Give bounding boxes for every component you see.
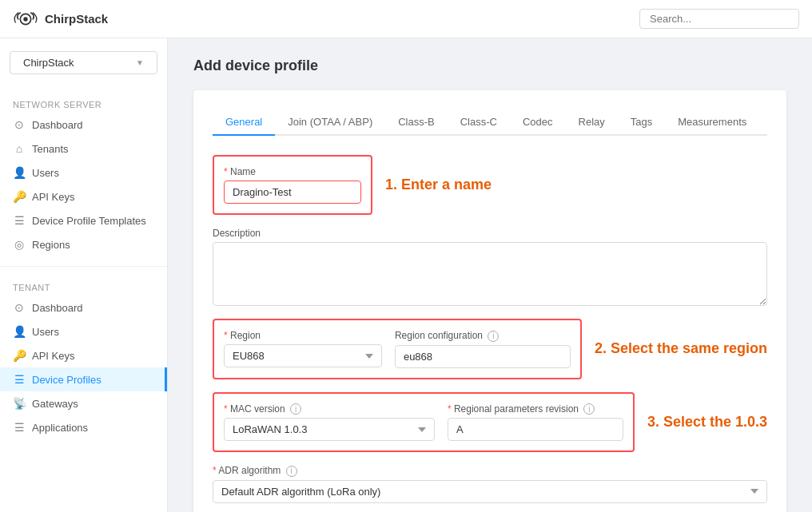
sidebar-item-label: Dashboard <box>32 302 83 314</box>
dashboard-t-icon: ⊙ <box>13 301 26 314</box>
logo-icon <box>13 10 38 29</box>
users-ns-icon: 👤 <box>13 166 26 179</box>
tab-join[interactable]: Join (OTAA / ABP) <box>275 109 385 136</box>
sidebar-item-api-keys-ns[interactable]: 🔑 API Keys <box>0 185 167 208</box>
region-highlight-box: * Region EU868 Region configuration i <box>213 319 582 379</box>
app-name: ChirpStack <box>45 12 108 26</box>
sidebar-item-label: Device Profiles <box>32 374 102 386</box>
sidebar-item-regions[interactable]: ◎ Regions <box>0 232 167 256</box>
sidebar-item-label: Regions <box>32 239 70 251</box>
region-select[interactable]: EU868 <box>224 344 382 367</box>
region-row: * Region EU868 Region configuration i <box>224 330 571 368</box>
sidebar-item-applications[interactable]: ☰ Applications <box>0 415 167 439</box>
topbar: ChirpStack <box>0 0 812 38</box>
logo: ChirpStack <box>13 10 108 29</box>
form-card: General Join (OTAA / ABP) Class-B Class-… <box>193 90 786 512</box>
sidebar-item-gateways[interactable]: 📡 Gateways <box>0 391 167 415</box>
name-field-group: * Name <box>224 166 361 204</box>
description-label: Description <box>213 228 767 239</box>
adr-tooltip-icon: i <box>286 466 297 477</box>
tab-class-b[interactable]: Class-B <box>385 109 448 136</box>
sidebar-item-api-keys-t[interactable]: 🔑 API Keys <box>0 343 167 367</box>
step3-callout: 3. Select the 1.0.3 <box>647 414 767 431</box>
sidebar-item-label: API Keys <box>32 350 74 362</box>
region-config-label: Region configuration i <box>395 330 571 342</box>
users-t-icon: 👤 <box>13 325 26 338</box>
applications-icon: ☰ <box>13 421 26 434</box>
sidebar-item-label: Device Profile Templates <box>32 215 146 227</box>
mac-highlight-box: * MAC version i LoRaWAN 1.0.3 * Re <box>213 392 635 453</box>
gateways-icon: 📡 <box>13 397 26 410</box>
description-textarea[interactable] <box>213 242 767 306</box>
search-input[interactable] <box>639 9 799 29</box>
tenant-section: Tenant ⊙ Dashboard 👤 Users 🔑 API Keys ☰ … <box>0 270 167 446</box>
tenant-selector[interactable]: ChirpStack ▼ <box>10 51 157 74</box>
tenants-icon: ⌂ <box>13 142 26 155</box>
mac-version-select[interactable]: LoRaWAN 1.0.3 <box>224 418 435 441</box>
sidebar-item-dashboard-ns[interactable]: ⊙ Dashboard <box>0 113 167 137</box>
sidebar-item-device-profile-templates[interactable]: ☰ Device Profile Templates <box>0 208 167 232</box>
sidebar-item-label: API Keys <box>32 191 74 203</box>
name-required-mark: * <box>224 166 228 177</box>
tab-general[interactable]: General <box>213 109 275 136</box>
step2-callout: 2. Select the same region <box>595 340 767 357</box>
mac-row: * MAC version i LoRaWAN 1.0.3 * Re <box>224 403 623 442</box>
tab-tags[interactable]: Tags <box>618 109 665 136</box>
chevron-down-icon: ▼ <box>136 58 144 67</box>
tenant-selector-section: ChirpStack ▼ <box>0 38 167 87</box>
region-config-field-group: Region configuration i <box>395 330 571 368</box>
device-profiles-icon: ☰ <box>13 373 26 386</box>
adr-label: * ADR algorithm i <box>213 465 767 477</box>
region-config-input[interactable] <box>395 345 571 368</box>
network-server-label: Network Server <box>0 93 167 113</box>
tab-relay[interactable]: Relay <box>566 109 618 136</box>
region-config-tooltip-icon: i <box>488 331 499 342</box>
network-server-section: Network Server ⊙ Dashboard ⌂ Tenants 👤 U… <box>0 87 167 263</box>
regional-params-tooltip-icon: i <box>583 403 595 415</box>
dashboard-ns-icon: ⊙ <box>13 118 26 131</box>
regional-params-input[interactable] <box>448 418 623 441</box>
main-layout: ChirpStack ▼ Network Server ⊙ Dashboard … <box>0 38 812 512</box>
svg-point-1 <box>23 17 27 21</box>
mac-version-label: * MAC version i <box>224 403 435 415</box>
description-field-group: Description <box>213 228 767 306</box>
sidebar-item-device-profiles[interactable]: ☰ Device Profiles <box>0 367 167 391</box>
sidebar-divider <box>0 266 167 267</box>
adr-field-group: * ADR algorithm i Default ADR algorithm … <box>213 465 767 503</box>
search-container <box>639 9 799 29</box>
sidebar-item-label: Gateways <box>32 398 78 410</box>
sidebar-item-label: Tenants <box>32 143 69 155</box>
tab-codec[interactable]: Codec <box>510 109 566 136</box>
mac-version-field-group: * MAC version i LoRaWAN 1.0.3 <box>224 403 435 442</box>
sidebar-item-tenants[interactable]: ⌂ Tenants <box>0 137 167 161</box>
name-input[interactable] <box>224 181 361 204</box>
step1-callout: 1. Enter a name <box>385 177 492 193</box>
regional-params-field-group: * Regional parameters revision i <box>448 403 623 442</box>
sidebar-item-label: Dashboard <box>32 119 83 131</box>
regions-icon: ◎ <box>13 238 26 251</box>
page-title: Add device profile <box>193 58 786 74</box>
sidebar-item-label: Users <box>32 326 59 338</box>
api-keys-t-icon: 🔑 <box>13 349 26 362</box>
sidebar-item-users-t[interactable]: 👤 Users <box>0 320 167 343</box>
content-area: Add device profile General Join (OTAA / … <box>168 38 812 512</box>
sidebar: ChirpStack ▼ Network Server ⊙ Dashboard … <box>0 38 168 512</box>
region-field-group: * Region EU868 <box>224 330 382 368</box>
sidebar-item-dashboard-t[interactable]: ⊙ Dashboard <box>0 296 167 320</box>
tabs-container: General Join (OTAA / ABP) Class-B Class-… <box>213 109 767 136</box>
tenant-label: Tenant <box>0 276 167 296</box>
tab-class-c[interactable]: Class-C <box>448 109 510 136</box>
sidebar-item-users-ns[interactable]: 👤 Users <box>0 161 167 185</box>
sidebar-item-label: Applications <box>32 422 88 434</box>
sidebar-item-label: Users <box>32 167 59 179</box>
device-profile-templates-icon: ☰ <box>13 214 26 227</box>
region-label: * Region <box>224 330 382 341</box>
api-keys-ns-icon: 🔑 <box>13 190 26 203</box>
mac-version-tooltip-icon: i <box>290 403 301 415</box>
name-highlight-box: * Name <box>213 155 372 215</box>
tab-measurements[interactable]: Measurements <box>665 109 759 136</box>
name-label: * Name <box>224 166 361 177</box>
regional-params-label: * Regional parameters revision i <box>448 403 623 415</box>
adr-select[interactable]: Default ADR algorithm (LoRa only) <box>213 480 767 503</box>
